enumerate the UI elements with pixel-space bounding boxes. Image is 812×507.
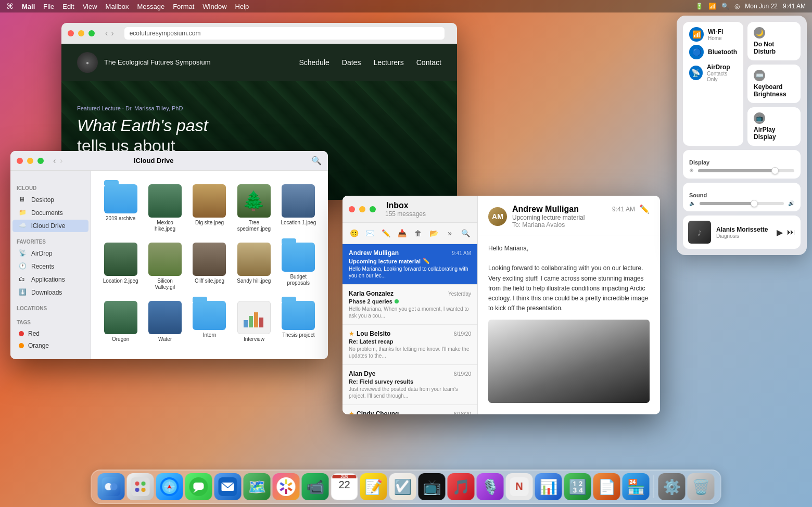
file-item-water[interactable]: Water <box>145 298 185 346</box>
finder-search-icon[interactable]: 🔍 <box>311 156 322 166</box>
mail-item-3[interactable]: ★ Lou Belsito 6/19/20 Re: Latest recap N… <box>342 325 477 365</box>
sidebar-item-airdrop[interactable]: 📡 AirDrop <box>12 247 88 260</box>
menu-window[interactable]: Window <box>202 3 226 10</box>
delete-icon[interactable]: 🗑 <box>412 226 425 240</box>
apple-menu[interactable]: ⌘ <box>6 2 14 10</box>
file-item-budget[interactable]: Budget proposals <box>278 239 319 294</box>
maximize-button[interactable] <box>88 30 95 36</box>
finder-close[interactable] <box>17 158 23 164</box>
sidebar-item-tag-orange[interactable]: Orange <box>12 340 88 351</box>
file-item-thesis[interactable]: Thesis project <box>278 298 319 346</box>
search-mail-icon[interactable]: 🔍 <box>459 226 472 240</box>
cc-card-dnd[interactable]: 🌙 Do Not Disturb <box>747 22 801 60</box>
nav-lecturers[interactable]: Lecturers <box>373 58 403 67</box>
file-item-digsite[interactable]: Dig site.jpeg <box>189 181 230 235</box>
finder-maximize[interactable] <box>37 158 44 164</box>
airdrop-icon-cc[interactable]: 📡 <box>689 66 703 80</box>
dock-news[interactable]: N <box>506 473 533 500</box>
move-icon[interactable]: 📂 <box>427 226 440 240</box>
sidebar-item-recents[interactable]: 🕐 Recents <box>12 260 88 273</box>
sidebar-item-documents[interactable]: 📁 Documents <box>12 207 88 219</box>
mail-item-2[interactable]: Karla Gonzalez Yesterday Phase 2 queries… <box>342 285 477 325</box>
brightness-thumb[interactable] <box>771 167 779 174</box>
dock-facetime[interactable]: 📹 <box>302 473 329 500</box>
volume-slider[interactable] <box>700 202 784 205</box>
file-item-siliconvalley[interactable]: Silicon Valley.gif <box>145 239 185 294</box>
finder-forward-icon[interactable]: › <box>60 156 62 166</box>
dock-trash[interactable]: 🗑️ <box>688 473 715 500</box>
bluetooth-icon-cc[interactable]: 🔵 <box>689 45 704 59</box>
play-icon[interactable]: ▶ <box>777 227 783 237</box>
nav-dates[interactable]: Dates <box>342 58 361 67</box>
volume-thumb[interactable] <box>751 200 758 207</box>
dock-finder[interactable] <box>98 473 125 500</box>
sidebar-item-downloads[interactable]: ⬇️ Downloads <box>12 286 88 299</box>
file-item-sandyhill[interactable]: Sandy hill.jpeg <box>234 239 274 294</box>
dock-messages[interactable] <box>185 473 212 500</box>
file-item-interview[interactable]: Interview <box>234 298 274 346</box>
dock-photos[interactable] <box>273 473 300 500</box>
mail-item-4[interactable]: Alan Dye 6/19/20 Re: Field survey result… <box>342 365 477 405</box>
cc-card-airplay[interactable]: 📺 AirPlay Display <box>747 107 801 146</box>
dock-sysprefs[interactable]: ⚙️ <box>658 473 686 500</box>
mail-close[interactable] <box>349 206 355 212</box>
siri-icon[interactable]: ◎ <box>734 3 740 10</box>
dock-keynote[interactable]: 📊 <box>535 473 562 500</box>
menu-format[interactable]: Format <box>173 3 194 10</box>
archive-icon[interactable]: 📥 <box>396 226 409 240</box>
file-item-location1[interactable]: Location 1.jpeg <box>278 181 319 235</box>
search-icon[interactable]: 🔍 <box>721 3 729 10</box>
close-button[interactable] <box>68 30 74 36</box>
mail-maximize[interactable] <box>370 206 376 212</box>
mail-compose-btn[interactable]: ✉️ <box>364 226 377 240</box>
file-item-location2[interactable]: Location 2.jpeg <box>100 239 141 294</box>
mail-item-5[interactable]: ★ Cindy Cheung 6/18/20 Project timeline … <box>342 405 477 414</box>
back-icon[interactable]: ‹ <box>105 29 108 38</box>
dock-pages[interactable]: 📄 <box>593 473 620 500</box>
dock-mail[interactable] <box>214 473 242 500</box>
file-item-cliffsite[interactable]: Cliff site.jpeg <box>189 239 230 294</box>
menu-mailbox[interactable]: Mailbox <box>106 3 129 10</box>
sidebar-item-icloud-drive[interactable]: ☁️ iCloud Drive <box>12 220 88 232</box>
nav-schedule[interactable]: Schedule <box>299 58 329 67</box>
brightness-slider[interactable] <box>698 169 794 172</box>
file-item-intern[interactable]: Intern <box>189 298 230 346</box>
nav-contact[interactable]: Contact <box>416 58 441 67</box>
compose-icon[interactable]: 🙂 <box>348 226 361 240</box>
dock-maps[interactable]: 🗺️ <box>244 473 271 500</box>
reply-icon[interactable]: ✏️ <box>639 204 650 214</box>
active-app[interactable]: Mail <box>22 3 35 10</box>
cc-card-keyboard[interactable]: ⌨️ Keyboard Brightness <box>747 65 801 103</box>
file-item-2019-archive[interactable]: 2019 archive <box>100 181 141 235</box>
finder-minimize[interactable] <box>27 158 33 164</box>
mail-minimize[interactable] <box>359 206 365 212</box>
file-item-tree[interactable]: 🌲 Tree specimen.jpeg <box>234 181 274 235</box>
dock-numbers[interactable]: 🔢 <box>564 473 591 500</box>
minimize-button[interactable] <box>78 30 84 36</box>
finder-back-icon[interactable]: ‹ <box>53 156 56 166</box>
mail-item-1[interactable]: Andrew Mulligan 9:41 AM Upcoming lecture… <box>342 244 477 285</box>
dock-notes[interactable]: 📝 <box>360 473 387 500</box>
dock-launchpad[interactable] <box>127 473 154 500</box>
edit-icon[interactable]: ✏️ <box>379 226 392 240</box>
sidebar-item-tag-red[interactable]: Red <box>12 328 88 339</box>
forward-icon-np[interactable]: ⏭ <box>787 227 795 237</box>
sidebar-item-desktop[interactable]: 🖥 Desktop <box>12 194 88 206</box>
wifi-icon-cc[interactable]: 📶 <box>689 27 704 42</box>
file-item-oregon[interactable]: Oregon <box>100 298 141 346</box>
menu-file[interactable]: File <box>43 3 54 10</box>
menu-view[interactable]: View <box>83 3 97 10</box>
dock-reminders[interactable]: ☑️ <box>389 473 416 500</box>
menu-edit[interactable]: Edit <box>62 3 74 10</box>
menu-message[interactable]: Message <box>137 3 164 10</box>
more-icon[interactable]: » <box>443 226 456 240</box>
dock-appstore[interactable]: 🏪 <box>623 473 650 500</box>
dock-calendar[interactable]: JUN 22 <box>331 473 358 500</box>
forward-icon[interactable]: › <box>111 29 113 38</box>
file-item-mexico[interactable]: Mexico hike.jpeg <box>145 181 185 235</box>
dock-appletv[interactable]: 📺 <box>418 473 446 500</box>
browser-url-bar[interactable]: ecofuturesymposium.com <box>124 27 445 40</box>
dock-podcasts[interactable]: 🎙️ <box>477 473 504 500</box>
menu-help[interactable]: Help <box>235 3 249 10</box>
dock-music[interactable]: 🎵 <box>448 473 475 500</box>
